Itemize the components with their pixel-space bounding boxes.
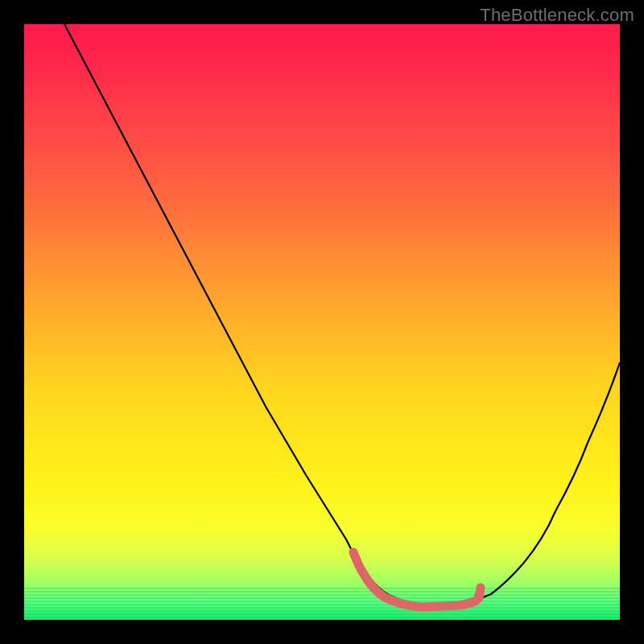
bottleneck-curve (64, 24, 620, 606)
attribution-label: TheBottleneck.com (480, 5, 634, 26)
trough-marker (353, 552, 481, 607)
curve-svg (24, 24, 620, 620)
chart-frame: TheBottleneck.com (0, 0, 644, 644)
plot-area (24, 24, 620, 620)
